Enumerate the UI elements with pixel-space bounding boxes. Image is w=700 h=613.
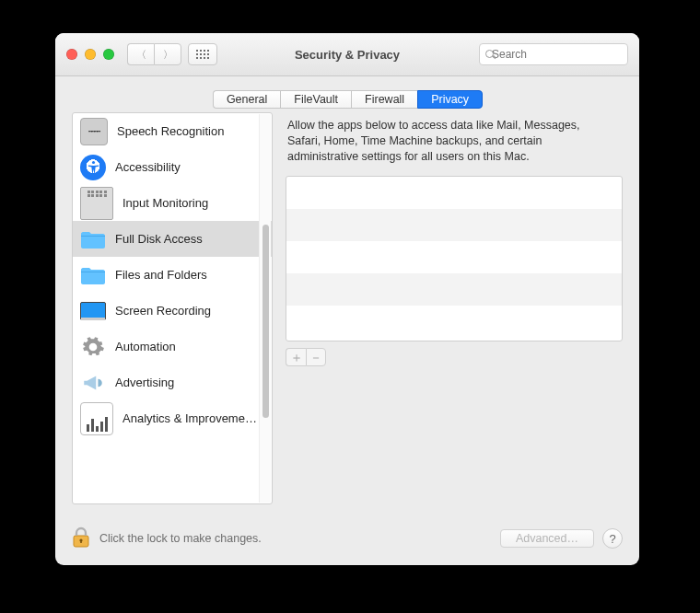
help-button[interactable]: ? (602, 528, 623, 549)
tab-filevault[interactable]: FileVault (280, 90, 351, 109)
sidebar-item-full-disk-access[interactable]: Full Disk Access (73, 221, 272, 257)
advanced-button[interactable]: Advanced… (500, 529, 594, 548)
sidebar-item-accessibility[interactable]: Accessibility (73, 149, 272, 185)
chevron-left-icon: 〈 (136, 48, 146, 62)
list-row (286, 273, 622, 306)
back-button[interactable]: 〈 (127, 43, 154, 65)
sidebar-item-analytics[interactable]: Analytics & Improveme… (73, 400, 272, 436)
sidebar-scrollbar[interactable] (259, 114, 271, 503)
zoom-window-button[interactable] (103, 49, 114, 60)
add-button[interactable]: ＋ (286, 348, 306, 366)
allowed-apps-list[interactable] (286, 176, 623, 341)
sidebar-item-speech-recognition[interactable]: ╍╍╍╍ Speech Recognition (73, 113, 272, 149)
folder-icon (80, 262, 106, 288)
sidebar-item-label: Files and Folders (115, 268, 207, 282)
titlebar: 〈 〉 Security & Privacy (55, 33, 639, 76)
sidebar-item-label: Input Monitoring (122, 196, 208, 210)
monitor-icon (80, 302, 106, 320)
sidebar-item-label: Screen Recording (115, 304, 211, 318)
list-row (286, 177, 622, 209)
sidebar-item-label: Accessibility (115, 160, 181, 174)
speech-icon: ╍╍╍╍ (80, 118, 108, 145)
sidebar-item-label: Automation (115, 340, 176, 353)
nav-buttons: 〈 〉 (127, 43, 217, 65)
list-row (286, 306, 622, 338)
sidebar-item-input-monitoring[interactable]: Input Monitoring (73, 185, 272, 221)
window-controls (66, 49, 114, 60)
remove-button[interactable]: － (306, 348, 326, 366)
sidebar-item-label: Full Disk Access (115, 232, 203, 246)
megaphone-icon (80, 370, 106, 396)
description-text: Allow the apps below to access data like… (286, 112, 623, 176)
show-all-button[interactable] (188, 43, 217, 65)
grid-icon (196, 50, 209, 59)
accessibility-icon (80, 155, 106, 180)
close-window-button[interactable] (66, 49, 77, 60)
list-row (286, 209, 622, 241)
sidebar-item-label: Analytics & Improveme… (122, 411, 257, 425)
forward-button[interactable]: 〉 (154, 43, 181, 65)
svg-rect-3 (80, 540, 82, 543)
chevron-right-icon: 〉 (163, 48, 173, 62)
footer: Click the lock to make changes. Advanced… (72, 526, 623, 550)
tab-bar: General FileVault Firewall Privacy (55, 90, 639, 109)
minimize-window-button[interactable] (85, 49, 96, 60)
svg-point-0 (91, 161, 94, 164)
folder-icon (80, 226, 106, 252)
privacy-category-list[interactable]: ╍╍╍╍ Speech Recognition Accessibility In… (72, 112, 273, 504)
detail-pane: Allow the apps below to access data like… (286, 112, 623, 504)
sidebar-item-label: Speech Recognition (117, 124, 224, 138)
sidebar-item-label: Advertising (115, 376, 174, 389)
sidebar-item-advertising[interactable]: Advertising (73, 364, 272, 400)
preferences-window: 〈 〉 Security & Privacy General FileVault… (55, 33, 639, 565)
gear-icon (80, 334, 106, 360)
lock-icon[interactable] (72, 526, 90, 549)
add-remove-group: ＋ － (286, 348, 623, 366)
keyboard-icon (80, 187, 113, 220)
list-row (286, 241, 622, 273)
tab-firewall[interactable]: Firewall (351, 90, 417, 109)
sidebar-item-automation[interactable]: Automation (73, 329, 272, 364)
sidebar-item-screen-recording[interactable]: Screen Recording (73, 293, 272, 329)
search-field[interactable] (479, 43, 628, 65)
search-input[interactable] (490, 47, 632, 62)
tab-privacy[interactable]: Privacy (417, 90, 483, 109)
chart-icon (80, 402, 113, 435)
lock-hint-text: Click the lock to make changes. (99, 532, 262, 545)
tab-general[interactable]: General (213, 90, 280, 109)
scrollbar-thumb[interactable] (262, 225, 269, 418)
sidebar-item-files-and-folders[interactable]: Files and Folders (73, 257, 272, 293)
